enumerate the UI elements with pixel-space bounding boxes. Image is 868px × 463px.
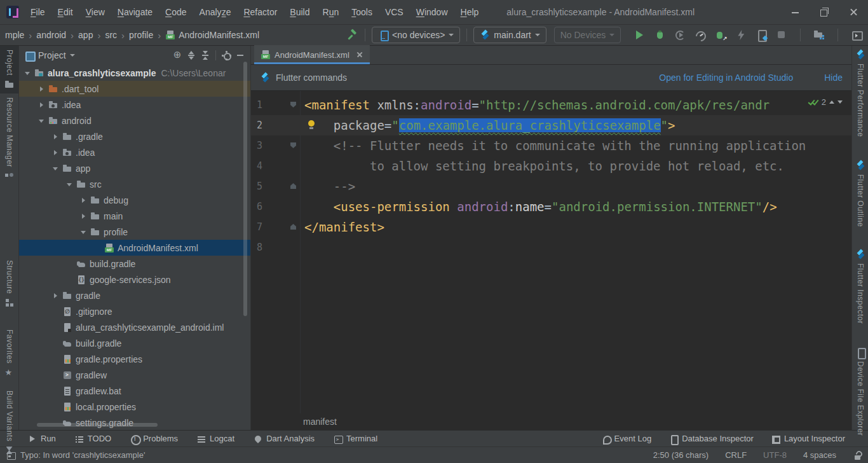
menu-help[interactable]: Help xyxy=(454,0,485,24)
minimize-button[interactable] xyxy=(780,0,810,24)
breadcrumb-item-android[interactable]: android xyxy=(36,30,66,40)
chevron-down-icon[interactable] xyxy=(37,116,46,125)
project-panel-title[interactable]: Project xyxy=(38,50,66,60)
hot-reload-button[interactable] xyxy=(733,27,749,43)
collapse-all-button[interactable] xyxy=(200,50,210,60)
indent-style[interactable]: 4 spaces xyxy=(803,450,836,460)
restore-button[interactable] xyxy=(810,0,839,24)
tree-row-local-properties[interactable]: local.properties xyxy=(19,399,250,415)
chevron-right-icon[interactable] xyxy=(37,85,46,93)
hide-panel-button[interactable] xyxy=(235,50,245,60)
tree-row-alura-crashlyticsexample[interactable]: alura_crashlyticsexampleC:\Users\Leonar xyxy=(19,65,250,81)
chevron-right-icon[interactable] xyxy=(79,196,88,205)
menu-refactor[interactable]: Refactor xyxy=(237,0,283,24)
chevron-right-icon[interactable] xyxy=(79,212,88,221)
editor-breadcrumb[interactable]: manifest xyxy=(251,413,851,430)
tree-row-profile[interactable]: profile xyxy=(19,224,250,240)
tool-button-flutter-inspector[interactable]: Flutter Inspector xyxy=(852,245,868,328)
toolwindow-button-database-inspector[interactable]: Database Inspector xyxy=(669,434,754,443)
tree-row-main[interactable]: main xyxy=(19,208,250,224)
menu-view[interactable]: View xyxy=(79,0,111,24)
settings-gear-icon[interactable] xyxy=(221,50,231,60)
toolwindow-button-dart-analysis[interactable]: Dart Analysis xyxy=(254,434,315,443)
toolwindow-toggle-icon[interactable] xyxy=(6,451,15,460)
fold-marker[interactable] xyxy=(290,102,296,107)
file-encoding[interactable]: UTF-8 xyxy=(763,450,787,460)
code-line-1[interactable]: 1<manifest xmlns:android="http://schemas… xyxy=(251,95,851,115)
caret-position[interactable]: 2:50 (36 chars) xyxy=(653,450,709,460)
select-opened-file-button[interactable]: ⊕ xyxy=(172,50,182,60)
toolwindow-button-problems[interactable]: !Problems xyxy=(130,434,178,443)
running-devices-button[interactable] xyxy=(848,27,865,43)
tree-row-gradlew-bat[interactable]: gradlew.bat xyxy=(19,383,250,399)
menu-edit[interactable]: Edit xyxy=(51,0,79,24)
close-button[interactable] xyxy=(839,0,868,24)
debug-button[interactable] xyxy=(651,27,668,43)
menu-file[interactable]: File xyxy=(24,0,51,24)
tree-row--idea[interactable]: .idea xyxy=(19,144,250,160)
tool-button-flutter-outline[interactable]: Flutter Outline xyxy=(852,156,868,231)
toolwindow-button-terminal[interactable]: >Terminal xyxy=(334,434,377,443)
tab-close-icon[interactable] xyxy=(356,51,363,59)
expand-all-button[interactable] xyxy=(186,50,196,60)
toolwindow-button-layout-inspector[interactable]: Layout Inspector xyxy=(771,434,845,443)
breadcrumb-item-app[interactable]: app xyxy=(78,30,93,40)
stop-button[interactable] xyxy=(773,27,790,43)
fold-marker[interactable] xyxy=(290,183,296,189)
tree-vertical-scrollbar[interactable] xyxy=(243,62,247,316)
tree-row-build-gradle[interactable]: build.gradle xyxy=(19,335,250,351)
tree-row-gradle[interactable]: gradle xyxy=(19,287,250,303)
tool-button-structure[interactable]: Structure xyxy=(0,256,18,312)
code-line-6[interactable]: 6 <uses-permission android:name="android… xyxy=(251,197,851,217)
tree-row-alura-crashlyticsexample-android-iml[interactable]: alura_crashlyticsexample_android.iml xyxy=(19,319,250,335)
tool-button-project[interactable]: Project xyxy=(0,46,18,93)
menu-code[interactable]: Code xyxy=(159,0,193,24)
fold-marker[interactable] xyxy=(290,224,296,230)
tree-row-gradle-properties[interactable]: gradle.properties xyxy=(19,351,250,367)
tree-row-google-services-json[interactable]: {}google-services.json xyxy=(19,272,250,287)
tree-row--dart-tool[interactable]: .dart_tool xyxy=(19,81,250,97)
tool-button-favorites[interactable]: Favorites★ xyxy=(0,326,18,382)
toolwindow-button-event-log[interactable]: Event Log xyxy=(602,434,652,443)
run-with-coverage-button[interactable] xyxy=(672,27,688,43)
lock-icon[interactable] xyxy=(853,451,862,460)
intention-bulb-icon[interactable] xyxy=(307,120,316,130)
tree-row--idea[interactable]: .idea xyxy=(19,97,250,113)
tree-horizontal-scrollbar[interactable] xyxy=(37,423,158,427)
chevron-right-icon[interactable] xyxy=(51,291,60,300)
tree-row-src[interactable]: src xyxy=(19,176,250,192)
device-manager-button[interactable] xyxy=(811,27,827,43)
line-separator[interactable]: CRLF xyxy=(725,450,747,460)
attach-debugger-button[interactable]: ↗ xyxy=(712,27,729,43)
menu-navigate[interactable]: Navigate xyxy=(111,0,159,24)
code-line-7[interactable]: 7</manifest> xyxy=(251,217,851,237)
run-button[interactable] xyxy=(631,27,648,43)
code-editor[interactable]: 1<manifest xmlns:android="http://schemas… xyxy=(251,91,851,430)
chevron-right-icon[interactable] xyxy=(51,132,60,141)
hide-banner-link[interactable]: Hide xyxy=(824,73,843,83)
code-line-8[interactable]: 8 xyxy=(251,237,851,258)
flutter-device-selector[interactable]: No Devices xyxy=(554,27,621,43)
code-line-5[interactable]: 5 --> xyxy=(251,176,851,197)
next-problem-icon[interactable] xyxy=(837,100,843,104)
tool-button-build-variants[interactable]: Build Variants xyxy=(0,387,18,459)
tree-row-androidmanifest-xml[interactable]: MFAndroidManifest.xml xyxy=(19,240,250,256)
code-line-4[interactable]: 4 to allow setting breakpoints, to provi… xyxy=(251,156,851,176)
tree-row-android[interactable]: android xyxy=(19,113,250,128)
chevron-down-icon[interactable] xyxy=(51,164,60,173)
breadcrumb-item-file[interactable]: MFAndroidManifest.xml xyxy=(165,30,259,40)
profile-app-button[interactable] xyxy=(692,27,709,43)
tool-button-flutter-performance[interactable]: Flutter Performance xyxy=(852,46,868,141)
chevron-right-icon[interactable] xyxy=(37,100,46,109)
breadcrumb-manifest[interactable]: manifest xyxy=(303,417,337,427)
tree-row-settings-gradle[interactable]: settings.gradle xyxy=(19,415,250,430)
tree-row--gradle[interactable]: .gradle xyxy=(19,128,250,144)
tree-row-app[interactable]: app xyxy=(19,160,250,176)
chevron-down-icon[interactable] xyxy=(23,69,32,78)
tree-row-debug[interactable]: debug xyxy=(19,192,250,208)
previous-problem-icon[interactable] xyxy=(829,100,834,104)
chevron-down-icon[interactable] xyxy=(70,54,75,57)
tab-androidmanifest[interactable]: MF AndroidManifest.xml xyxy=(254,45,370,64)
toolwindow-button-todo[interactable]: TODO xyxy=(75,434,111,443)
menu-build[interactable]: Build xyxy=(283,0,316,24)
